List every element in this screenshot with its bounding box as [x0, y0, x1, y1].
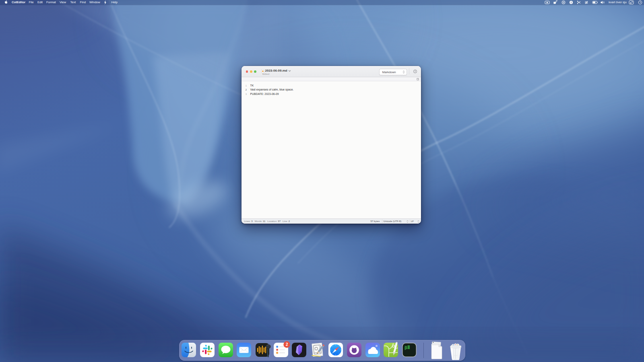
svg-text:β: β: [405, 345, 407, 350]
svg-text:2: 2: [286, 342, 288, 347]
